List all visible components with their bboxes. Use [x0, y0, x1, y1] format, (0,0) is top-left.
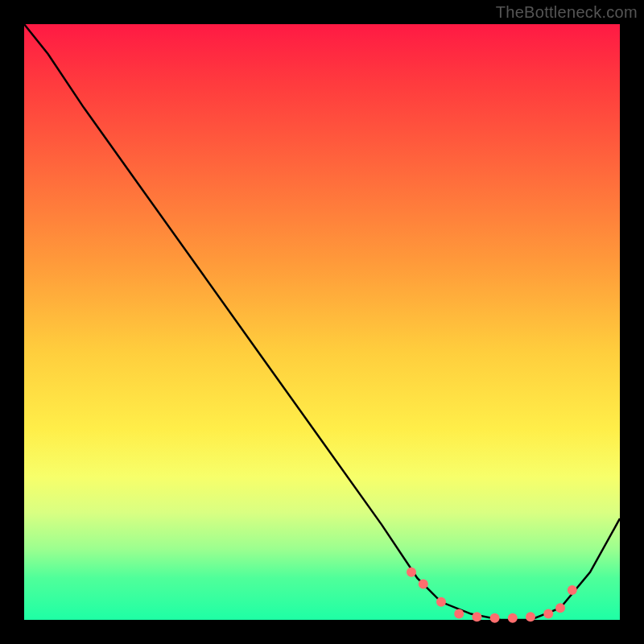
- highlight-point: [490, 613, 500, 623]
- highlight-point: [543, 609, 553, 619]
- plot-area: [24, 24, 620, 620]
- highlight-point: [555, 603, 565, 613]
- watermark-text: TheBottleneck.com: [496, 3, 638, 22]
- highlight-point: [436, 597, 446, 607]
- highlight-point: [454, 609, 464, 619]
- highlight-point: [508, 613, 518, 623]
- highlight-point: [526, 612, 535, 621]
- chart-frame: TheBottleneck.com: [0, 0, 644, 644]
- highlight-points-group: [407, 568, 577, 623]
- highlight-point: [407, 568, 416, 577]
- chart-svg: [24, 24, 620, 620]
- highlight-point: [472, 612, 481, 621]
- bottleneck-curve-path: [24, 24, 620, 620]
- highlight-point: [568, 585, 577, 595]
- highlight-point: [419, 580, 428, 589]
